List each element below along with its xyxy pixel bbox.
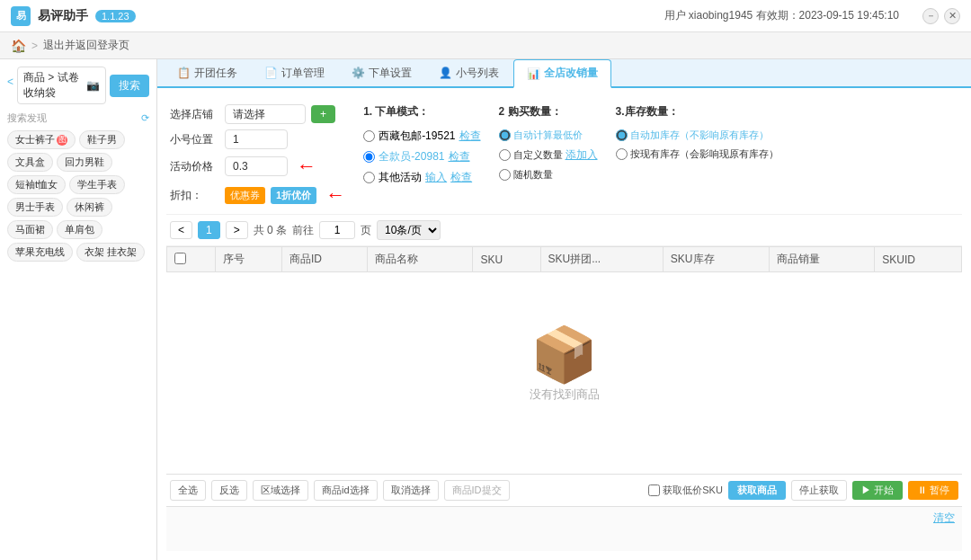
- select-all-button[interactable]: 全选: [170, 480, 206, 501]
- next-page-button[interactable]: >: [226, 221, 248, 239]
- mode3-radio[interactable]: [363, 172, 375, 183]
- coupon-badge: 优惠券: [225, 187, 265, 204]
- tag-6[interactable]: 男士手表: [7, 198, 63, 217]
- buy-qty-radio-2[interactable]: [499, 149, 511, 161]
- search-breadcrumb: 商品 > 试卷收纳袋 📷: [17, 67, 106, 104]
- check-link-1[interactable]: 检查: [459, 129, 481, 144]
- pause-button[interactable]: ⏸ 暂停: [908, 481, 958, 500]
- tab-dingdanguanli[interactable]: 📄 订单管理: [252, 59, 337, 86]
- window-controls: － ✕: [922, 8, 960, 24]
- product-id-select-button[interactable]: 商品id选择: [314, 480, 378, 501]
- sidebar: < 商品 > 试卷收纳袋 📷 搜索 搜索发现 ⟳ 女士裤子图 鞋子男 文具盒 回…: [0, 59, 157, 560]
- buy-qty-label-2: 自定义数量: [513, 148, 563, 162]
- buy-qty-label-3: 随机数量: [513, 168, 553, 182]
- title-bar: 易 易评助手 1.1.23 用户 xiaobing1945 有效期：2023-0…: [0, 0, 971, 32]
- price-badge[interactable]: 1折优价: [271, 187, 316, 204]
- tab-xiaohao-list[interactable]: 👤 小号列表: [426, 59, 512, 86]
- form-col-4: 3.库存数量： 自动加库存（不影响原有库存） 按现有库存（会影响现原有库存）: [616, 104, 779, 207]
- buy-qty-option-3: 随机数量: [499, 168, 598, 182]
- close-button[interactable]: ✕: [944, 8, 960, 24]
- stock-label-1: 自动加库存（不影响原有库存）: [630, 129, 769, 142]
- tag-11[interactable]: 衣架 挂衣架: [76, 243, 145, 262]
- breadcrumb-text: 商品 > 试卷收纳袋: [23, 70, 83, 101]
- small-pos-input[interactable]: [225, 129, 288, 149]
- activity-price-input[interactable]: [225, 156, 288, 176]
- arrow-indicator-1: ←: [297, 155, 316, 178]
- mode1-label: 西藏包邮-19521: [379, 129, 455, 144]
- search-button[interactable]: 搜索: [110, 75, 149, 97]
- title-bar-right: 用户 xiaobing1945 有效期：2023-09-15 19:45:10 …: [664, 8, 961, 24]
- shop-label: 选择店铺: [170, 107, 219, 122]
- tab-kaituanrenwu[interactable]: 📋 开团任务: [165, 59, 250, 86]
- mode-option-2: 全款员-20981 检查: [363, 149, 480, 164]
- check-link-3[interactable]: 检查: [450, 170, 472, 185]
- input-link[interactable]: 输入: [425, 170, 447, 185]
- select-all-checkbox[interactable]: [174, 253, 186, 264]
- stock-option-1: 自动加库存（不影响原有库存）: [616, 129, 779, 142]
- tag-1[interactable]: 鞋子男: [79, 130, 125, 149]
- start-button[interactable]: ▶ 开始: [852, 481, 903, 500]
- tag-4[interactable]: 短袖t恤女: [7, 175, 66, 194]
- stock-radio-2[interactable]: [616, 148, 628, 160]
- buy-qty-radio-3[interactable]: [499, 169, 511, 181]
- form-col-1: 选择店铺 请选择 + 小号位置 活动价格 ←: [170, 104, 345, 207]
- get-low-sku-checkbox[interactable]: [648, 484, 660, 496]
- col-sku-group: SKU拼团...: [540, 247, 663, 272]
- empty-icon: 📦: [530, 323, 598, 387]
- tag-3[interactable]: 回力男鞋: [57, 153, 112, 172]
- product-table-container: 序号 商品ID 商品名称 SKU SKU拼团... SKU库存 商品销量 SKU…: [166, 246, 962, 474]
- per-page-select[interactable]: 10条/页 20条/页 50条/页: [377, 220, 441, 240]
- page-go-input[interactable]: [319, 221, 355, 239]
- shop-select[interactable]: 请选择: [225, 104, 306, 124]
- col-sku: SKU: [473, 247, 540, 272]
- home-icon[interactable]: 🏠: [11, 39, 26, 53]
- tag-5[interactable]: 学生手表: [69, 175, 125, 194]
- tab-quandian-xiaoliang[interactable]: 📊 全店改销量: [513, 59, 611, 88]
- area-select-button[interactable]: 区域选择: [253, 480, 308, 501]
- mode2-label: 全款员-20981: [379, 149, 444, 164]
- mode2-radio[interactable]: [363, 151, 375, 163]
- custom-qty-link[interactable]: 添加入: [566, 147, 598, 163]
- tag-10[interactable]: 苹果充电线: [7, 243, 73, 262]
- mode3-label: 其他活动: [379, 170, 422, 185]
- refresh-icon[interactable]: ⟳: [141, 112, 149, 124]
- tag-grid: 女士裤子图 鞋子男 文具盒 回力男鞋 短袖t恤女 学生手表 男士手表 休闲裤 马…: [7, 130, 149, 262]
- main-layout: < 商品 > 试卷收纳袋 📷 搜索 搜索发现 ⟳ 女士裤子图 鞋子男 文具盒 回…: [0, 59, 971, 560]
- tag-7[interactable]: 休闲裤: [67, 198, 112, 217]
- stock-radio-1[interactable]: [616, 129, 628, 141]
- add-shop-button[interactable]: +: [311, 105, 335, 123]
- mode1-radio[interactable]: [363, 130, 375, 142]
- cancel-select-button[interactable]: 取消选择: [383, 480, 439, 501]
- app-title: 易评助手: [38, 8, 88, 24]
- stop-get-button[interactable]: 停止获取: [791, 480, 847, 501]
- back-button[interactable]: <: [7, 76, 13, 88]
- user-info: 用户 xiaobing1945 有效期：2023-09-15 19:45:10: [664, 8, 900, 23]
- product-id-submit-button[interactable]: 商品ID提交: [444, 480, 510, 501]
- tag-8[interactable]: 马面裙: [7, 220, 53, 239]
- buy-qty-radio-1[interactable]: [499, 129, 511, 141]
- col-product-name: 商品名称: [368, 247, 473, 272]
- nav-back-link[interactable]: 退出并返回登录页: [43, 38, 129, 53]
- get-low-sku-label: 获取低价SKU: [648, 484, 723, 497]
- get-products-button[interactable]: 获取商品: [728, 481, 786, 500]
- check-link-2[interactable]: 检查: [449, 149, 470, 164]
- tab-icon-3: 👤: [439, 67, 452, 79]
- content-body: 选择店铺 请选择 + 小号位置 活动价格 ←: [157, 88, 971, 560]
- minimize-button[interactable]: －: [922, 8, 939, 24]
- activity-price-label: 活动价格: [170, 159, 219, 174]
- camera-icon: 📷: [86, 79, 100, 92]
- tag-2[interactable]: 文具盒: [7, 153, 53, 172]
- product-table: 序号 商品ID 商品名称 SKU SKU拼团... SKU库存 商品销量 SKU…: [166, 246, 962, 272]
- deselect-button[interactable]: 反选: [211, 480, 247, 501]
- tag-0[interactable]: 女士裤子图: [7, 130, 76, 149]
- prev-page-button[interactable]: <: [170, 221, 192, 239]
- buy-qty-label-1: 自动计算最低价: [513, 129, 583, 142]
- tag-9[interactable]: 单肩包: [57, 220, 102, 239]
- buy-qty-option-2: 自定义数量 添加入: [499, 147, 598, 163]
- clear-log-button[interactable]: 清空: [933, 511, 955, 526]
- page-1-button[interactable]: 1: [198, 221, 220, 239]
- form-col-2: 1. 下单模式： 西藏包邮-19521 检查 全款员-20981 检查: [363, 104, 480, 207]
- page-unit: 页: [361, 223, 371, 238]
- section-title: 搜索发现 ⟳: [7, 111, 149, 125]
- tab-xiadan-settings[interactable]: ⚙️ 下单设置: [339, 59, 424, 86]
